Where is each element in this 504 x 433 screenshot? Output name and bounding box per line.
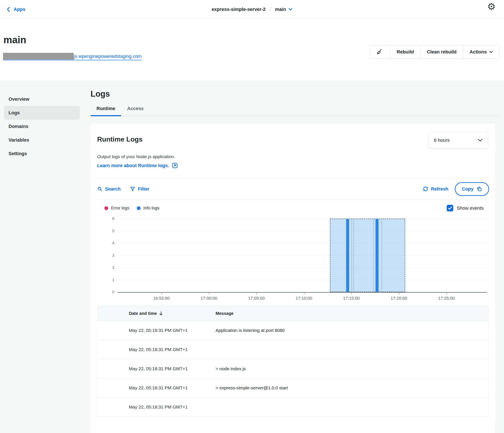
environment-title: main [3,34,26,45]
branch-name: main [275,7,286,12]
breadcrumb-separator: / [269,6,272,13]
main-column: Logs RuntimeAccess Runtime Logs 6 hours … [90,80,498,433]
y-axis-tick-label: 6 [112,216,114,221]
x-axis-tick-mark [447,293,447,295]
chevron-down-icon [478,139,483,142]
runtime-logs-card: Runtime Logs 6 hours Output logs of your… [90,123,496,433]
column-header-date[interactable]: Date and time [97,311,216,316]
top-bar: Apps express-simple-server-2 / main ⚙ [0,0,504,19]
chart-gridline [117,267,487,268]
search-icon [97,186,102,192]
time-range-value: 6 hours [434,138,450,143]
tab-access[interactable]: Access [121,106,150,115]
copy-button[interactable]: Copy [455,182,489,196]
sort-descending-icon[interactable] [159,311,163,316]
y-axis-tick-label: 5 [112,229,114,233]
search-label: Search [105,186,121,192]
sidebar-item-logs[interactable]: Logs [4,106,80,120]
refresh-button[interactable]: Refresh [423,186,448,192]
legend-dot-icon [104,206,108,210]
actions-label: Actions [469,49,487,55]
back-to-apps-link[interactable]: Apps [6,7,25,12]
x-axis-tick-label: 17:20:00 [391,296,407,301]
environment-url-row: js.wpenginepoweredstaging.com [3,54,165,61]
breadcrumb-app-name[interactable]: express-simple-server-2 [212,7,266,12]
table-row: May 22, 05:18:31 PM GMT+1> node index.js [97,359,489,378]
y-axis-tick-label: 0 [112,290,114,294]
table-row: May 22, 05:18:31 PM GMT+1Application is … [97,321,489,340]
legend-label: Error logs [111,206,129,211]
cell-date: May 22, 05:18:31 PM GMT+1 [97,405,216,410]
settings-gear-button[interactable]: ⚙ [486,2,496,11]
chart-plot-area[interactable]: 012345616:55:0017:00:0017:05:0017:10:001… [117,219,487,293]
copy-label: Copy [462,186,474,192]
cell-date: May 22, 05:18:31 PM GMT+1 [97,347,216,352]
event-marker-line [353,219,354,292]
cell-date: May 22, 05:18:31 PM GMT+1 [97,328,216,333]
sidebar-item-overview[interactable]: Overview [4,92,80,106]
rebuild-button[interactable]: Rebuild [390,45,420,59]
cell-date: May 22, 05:18:31 PM GMT+1 [97,385,216,390]
table-row: May 22, 05:18:31 PM GMT+1 [97,397,489,416]
time-range-select[interactable]: 6 hours [429,133,488,148]
page: Apps express-simple-server-2 / main ⚙ ma… [0,0,504,433]
broom-button[interactable] [370,45,390,59]
x-axis-tick-label: 16:55:00 [153,296,170,301]
search-button[interactable]: Search [97,186,121,192]
sidebar-item-domains[interactable]: Domains [4,120,80,133]
cell-message: Application is listening at port 8080 [216,328,489,333]
chart-bar-info-logs [346,219,349,292]
clean-rebuild-button[interactable]: Clean rebuild [420,45,463,59]
y-axis-tick-label: 1 [112,278,114,282]
cell-message: > node index.js [216,366,489,371]
card-title: Runtime Logs [97,135,143,143]
table-row: May 22, 05:18:31 PM GMT+1 [97,340,489,359]
y-axis-tick-label: 3 [112,253,114,258]
learn-more-link[interactable]: Learn more about Runtime logs. [97,163,178,168]
column-header-message: Message [216,311,489,316]
filter-button[interactable]: Filter [130,186,149,192]
show-events-toggle[interactable]: Show events [447,205,489,211]
chart-gridline [117,243,487,243]
chart-selection-region[interactable] [330,219,405,292]
x-axis-tick-mark [399,293,399,295]
filter-icon [130,186,135,192]
show-events-label: Show events [457,205,484,211]
chart-gridline [117,255,487,256]
refresh-label: Refresh [431,186,448,192]
y-axis-tick-label: 2 [112,265,114,270]
x-axis-tick-label: 17:05:00 [248,296,265,301]
chart-controls-row: Error logsInfo logs Show events [97,205,489,211]
x-axis-tick-mark [256,293,257,295]
cell-message: > express-simple-server@1.0.0 start [216,385,489,390]
copy-icon [477,186,482,192]
x-axis-tick-mark [304,293,304,295]
breadcrumb: express-simple-server-2 / main [212,6,292,13]
external-link-icon [172,163,178,168]
branch-selector[interactable]: main [275,7,292,12]
x-axis-tick-label: 17:15:00 [343,296,360,301]
chart-gridline [117,218,487,219]
legend-item-info-logs: Info logs [137,206,160,211]
learn-more-label: Learn more about Runtime logs. [97,163,169,168]
table-row: May 22, 05:18:31 PM GMT+1> express-simpl… [97,378,489,397]
x-axis-tick-label: 17:00:00 [201,296,217,301]
show-events-checkbox[interactable] [447,205,453,211]
tab-runtime[interactable]: Runtime [90,106,121,115]
x-axis-tick-mark [209,293,209,295]
broom-icon [376,48,384,56]
back-label: Apps [14,7,25,12]
actions-dropdown-button[interactable]: Actions [463,45,499,59]
tab-bar: RuntimeAccess [90,106,498,116]
log-table: Date and time Message May 22, 05:18:31 P… [97,306,489,417]
gear-icon: ⚙ [487,2,495,11]
sidebar-item-variables[interactable]: Variables [4,133,80,147]
environment-actions-group: Rebuild Clean rebuild Actions [370,45,500,59]
chart-bar-info-logs [376,219,378,292]
event-marker-line [381,219,382,292]
hero-section: main js.wpenginepoweredstaging.com Rebui… [0,19,504,80]
event-marker-line [373,219,374,292]
redaction-overlay [3,53,74,60]
sidebar-item-settings[interactable]: Settings [4,147,80,160]
legend-item-error-logs: Error logs [104,206,129,211]
